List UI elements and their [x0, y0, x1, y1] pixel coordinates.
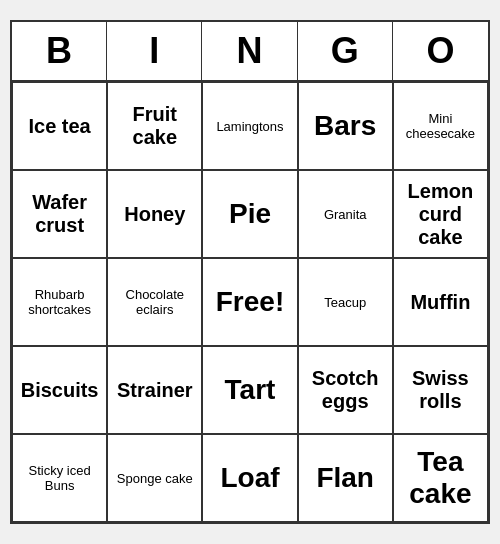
bingo-cell: Lamingtons — [202, 82, 297, 170]
bingo-cell: Free! — [202, 258, 297, 346]
header-letter: N — [202, 22, 297, 80]
bingo-cell: Rhubarb shortcakes — [12, 258, 107, 346]
bingo-cell: Scotch eggs — [298, 346, 393, 434]
bingo-cell: Biscuits — [12, 346, 107, 434]
bingo-cell: Sticky iced Buns — [12, 434, 107, 522]
bingo-cell: Teacup — [298, 258, 393, 346]
bingo-cell: Strainer — [107, 346, 202, 434]
bingo-cell: Flan — [298, 434, 393, 522]
bingo-cell: Fruit cake — [107, 82, 202, 170]
header-letter: B — [12, 22, 107, 80]
bingo-card: BINGO Ice teaFruit cakeLamingtonsBarsMin… — [10, 20, 490, 524]
bingo-cell: Lemon curd cake — [393, 170, 488, 258]
bingo-cell: Chocolate eclairs — [107, 258, 202, 346]
bingo-cell: Honey — [107, 170, 202, 258]
header-letter: O — [393, 22, 488, 80]
bingo-cell: Wafer crust — [12, 170, 107, 258]
bingo-cell: Pie — [202, 170, 297, 258]
bingo-cell: Ice tea — [12, 82, 107, 170]
bingo-cell: Bars — [298, 82, 393, 170]
bingo-cell: Tea cake — [393, 434, 488, 522]
bingo-cell: Loaf — [202, 434, 297, 522]
bingo-cell: Mini cheesecake — [393, 82, 488, 170]
bingo-cell: Sponge cake — [107, 434, 202, 522]
bingo-grid: Ice teaFruit cakeLamingtonsBarsMini chee… — [12, 82, 488, 522]
bingo-header: BINGO — [12, 22, 488, 82]
header-letter: G — [298, 22, 393, 80]
header-letter: I — [107, 22, 202, 80]
bingo-cell: Granita — [298, 170, 393, 258]
bingo-cell: Swiss rolls — [393, 346, 488, 434]
bingo-cell: Muffin — [393, 258, 488, 346]
bingo-cell: Tart — [202, 346, 297, 434]
